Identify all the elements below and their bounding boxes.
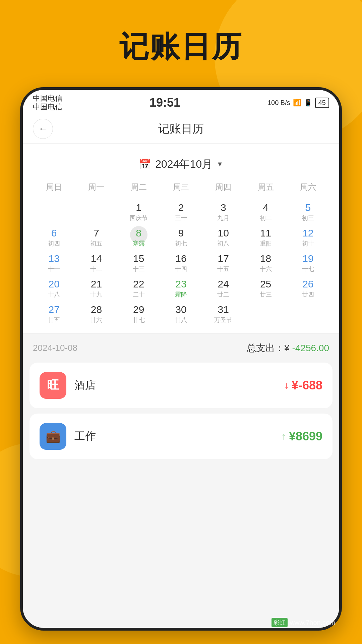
weekday-fri: 周五 — [244, 178, 287, 196]
cal-day-16[interactable]: 16 十四 — [160, 250, 202, 276]
total-expense: 总支出：¥ -4256.00 — [247, 342, 329, 355]
transaction-hotel[interactable]: 旺 酒店 ↓ ¥-688 — [29, 363, 333, 408]
cal-day-3[interactable]: 3 九月 — [202, 199, 244, 225]
down-arrow-icon: ↓ — [284, 380, 289, 391]
cal-day-19[interactable]: 19 十七 — [287, 250, 329, 276]
page-title: 记账日历 — [0, 27, 362, 67]
work-name: 工作 — [74, 429, 274, 444]
transactions-list: 旺 酒店 ↓ ¥-688 💼 工作 ↑ ¥8699 — [23, 363, 339, 459]
cal-day-10[interactable]: 10 初八 — [202, 225, 244, 250]
watermark-text: www.7hon.com — [290, 619, 335, 627]
status-icons: 100 B/s 📶 📱 45 — [267, 98, 329, 108]
battery-indicator: 45 — [315, 98, 329, 108]
cal-empty — [287, 301, 329, 327]
header-title: 记账日历 — [158, 121, 204, 137]
cal-day-9[interactable]: 9 初七 — [160, 225, 202, 250]
weekday-sat: 周六 — [287, 178, 329, 196]
selected-date: 2024-10-08 — [33, 343, 77, 353]
cal-day-17[interactable]: 17 十五 — [202, 250, 244, 276]
hotel-icon: 旺 — [40, 372, 66, 399]
cal-empty — [33, 199, 75, 225]
cal-day-4[interactable]: 4 初二 — [244, 199, 287, 225]
work-amount: ↑ ¥8699 — [282, 429, 322, 443]
cal-day-25[interactable]: 25 廿三 — [244, 276, 287, 301]
calendar-section: 📅 2024年10月 ▼ 周日 周一 周二 周三 周四 周五 周六 1 国庆节 … — [23, 144, 339, 333]
cal-day-24[interactable]: 24 廿二 — [202, 276, 244, 301]
cal-day-6[interactable]: 6 初四 — [33, 225, 75, 250]
cal-day-12[interactable]: 12 初十 — [287, 225, 329, 250]
status-time: 19:51 — [149, 96, 180, 110]
month-selector[interactable]: 📅 2024年10月 ▼ — [33, 150, 329, 178]
chevron-down-icon: ▼ — [217, 160, 223, 168]
cal-day-30[interactable]: 30 廿八 — [160, 301, 202, 327]
cal-day-21[interactable]: 21 十九 — [75, 276, 117, 301]
weekday-wed: 周三 — [160, 178, 202, 196]
cal-day-18[interactable]: 18 十六 — [244, 250, 287, 276]
cal-day-14[interactable]: 14 十二 — [75, 250, 117, 276]
app-header: ← 记账日历 — [23, 114, 339, 144]
carrier1: 中国电信 — [33, 94, 62, 103]
cal-day-20[interactable]: 20 十八 — [33, 276, 75, 301]
cal-day-11[interactable]: 11 重阳 — [244, 225, 287, 250]
hotel-name: 酒店 — [74, 378, 276, 393]
wifi-icon: 📶 — [293, 99, 301, 107]
cal-day-23[interactable]: 23 霜降 — [160, 276, 202, 301]
cal-day-5[interactable]: 5 初三 — [287, 199, 329, 225]
cal-day-28[interactable]: 28 廿六 — [75, 301, 117, 327]
cal-day-7[interactable]: 7 初五 — [75, 225, 117, 250]
cal-day-8-selected[interactable]: 8 寒露 — [118, 225, 160, 250]
hotel-amount: ↓ ¥-688 — [284, 378, 322, 392]
watermark: 彩虹 www.7hon.com — [272, 618, 335, 627]
cal-day-29[interactable]: 29 廿七 — [118, 301, 160, 327]
watermark-logo: 彩虹 — [272, 618, 288, 627]
status-bar: 中国电信 中国电信 19:51 100 B/s 📶 📱 45 — [23, 90, 339, 114]
transaction-work[interactable]: 💼 工作 ↑ ¥8699 — [29, 414, 333, 459]
weekday-mon: 周一 — [75, 178, 117, 196]
work-icon: 💼 — [40, 423, 66, 450]
signal-icon: 📱 — [304, 99, 312, 107]
back-button[interactable]: ← — [33, 119, 53, 139]
cal-day-27[interactable]: 27 廿五 — [33, 301, 75, 327]
calendar-grid: 1 国庆节 2 三十 3 九月 4 初二 5 初三 6 初四 — [33, 199, 329, 327]
cal-empty — [75, 199, 117, 225]
cal-day-15[interactable]: 15 十三 — [118, 250, 160, 276]
cal-day-31[interactable]: 31 万圣节 — [202, 301, 244, 327]
weekday-thu: 周四 — [202, 178, 244, 196]
cal-day-22[interactable]: 22 二十 — [118, 276, 160, 301]
cal-empty — [244, 301, 287, 327]
weekday-sun: 周日 — [33, 178, 75, 196]
status-carrier: 中国电信 中国电信 — [33, 94, 62, 112]
up-arrow-icon: ↑ — [282, 431, 286, 442]
total-amount: -4256.00 — [292, 343, 329, 353]
cal-day-2[interactable]: 2 三十 — [160, 199, 202, 225]
cal-day-1[interactable]: 1 国庆节 — [118, 199, 160, 225]
carrier2: 中国电信 — [33, 103, 62, 111]
cal-day-13[interactable]: 13 十一 — [33, 250, 75, 276]
info-bar: 2024-10-08 总支出：¥ -4256.00 — [23, 333, 339, 363]
weekday-tue: 周二 — [118, 178, 160, 196]
weekday-headers: 周日 周一 周二 周三 周四 周五 周六 — [33, 178, 329, 196]
cal-day-26[interactable]: 26 廿四 — [287, 276, 329, 301]
month-text: 2024年10月 — [155, 157, 213, 172]
phone-frame: 中国电信 中国电信 19:51 100 B/s 📶 📱 45 ← 记账日历 📅 … — [20, 87, 342, 631]
calendar-icon: 📅 — [139, 158, 151, 170]
network-speed: 100 B/s — [267, 99, 290, 107]
